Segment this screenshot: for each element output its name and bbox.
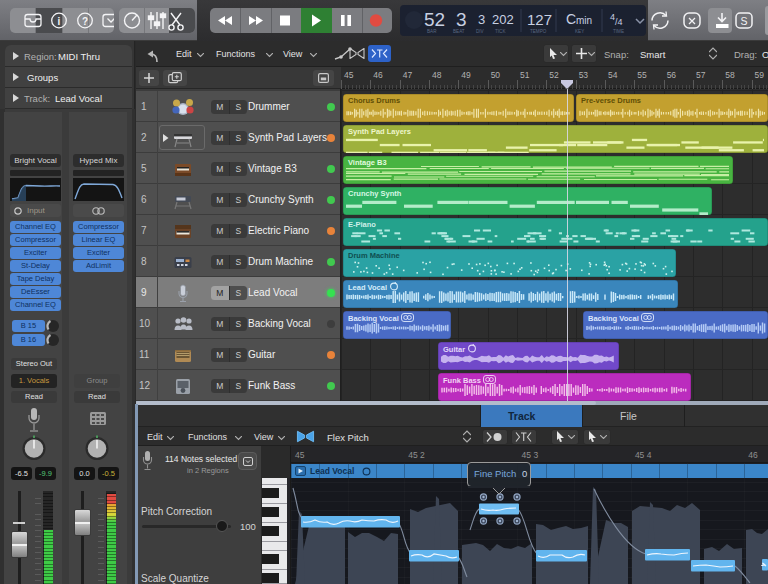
svg-text:TIME: TIME xyxy=(613,29,624,34)
svg-text:52: 52 xyxy=(424,9,445,30)
svg-text:127: 127 xyxy=(527,11,552,28)
svg-text:3: 3 xyxy=(456,9,467,30)
svg-text:S: S xyxy=(740,15,747,27)
svg-text:BAR: BAR xyxy=(427,29,437,34)
svg-text:?: ? xyxy=(82,16,88,27)
svg-text:3: 3 xyxy=(478,12,485,27)
svg-text:202: 202 xyxy=(492,12,514,27)
svg-text:i: i xyxy=(58,16,61,27)
svg-text:DIV: DIV xyxy=(476,29,485,34)
svg-text:/4: /4 xyxy=(615,17,623,27)
svg-text:TEMPO: TEMPO xyxy=(530,29,547,34)
svg-text:C: C xyxy=(566,11,576,27)
svg-text:min: min xyxy=(576,15,592,26)
svg-text:BEAT: BEAT xyxy=(453,29,465,34)
svg-text:TICK: TICK xyxy=(495,29,506,34)
svg-text:KEY: KEY xyxy=(575,29,584,34)
